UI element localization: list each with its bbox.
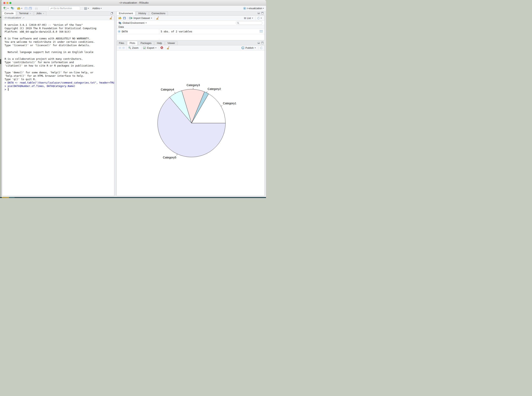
minimize-window-button[interactable] bbox=[6, 2, 8, 4]
tab-jobs[interactable]: Jobs × bbox=[34, 12, 47, 15]
save-workspace-icon[interactable] bbox=[123, 17, 126, 20]
save-all-button[interactable] bbox=[29, 7, 32, 10]
next-plot-icon[interactable] bbox=[122, 47, 125, 49]
new-project-button[interactable]: R bbox=[11, 7, 14, 10]
project-selector[interactable]: R r-visualization bbox=[243, 7, 264, 10]
save-button[interactable] bbox=[25, 7, 28, 10]
goto-file-input[interactable] bbox=[53, 7, 79, 10]
refresh-plot-icon[interactable] bbox=[260, 47, 263, 49]
export-plot-button[interactable]: Export bbox=[143, 46, 157, 49]
console-command: DATA <- read.table("/Users/lsalazar/comm… bbox=[8, 81, 114, 84]
chevron-down-icon bbox=[88, 8, 89, 9]
print-button[interactable] bbox=[35, 7, 38, 10]
environment-empty-area bbox=[117, 39, 264, 40]
chevron-down-icon bbox=[252, 18, 253, 19]
console-output-area[interactable]: R version 3.6.1 (2019-07-05) -- "Action … bbox=[2, 20, 114, 196]
toolbar-divider bbox=[159, 46, 159, 50]
new-file-button[interactable] bbox=[3, 7, 9, 10]
tab-packages[interactable]: Packages bbox=[138, 41, 154, 45]
tab-connections-label: Connections bbox=[152, 12, 165, 15]
window-title: ~/r-visualization - RStudio bbox=[1, 0, 266, 6]
environment-search-input[interactable] bbox=[240, 22, 261, 24]
tab-viewer[interactable]: Viewer bbox=[165, 41, 177, 45]
tab-plots[interactable]: Plots bbox=[127, 41, 138, 45]
tab-environment[interactable]: Environment bbox=[117, 11, 135, 15]
chevron-down-icon bbox=[146, 23, 147, 23]
plot-area: Category1Category2Category3Category4Cate… bbox=[117, 54, 264, 196]
console-output: R version 3.6.1 (2019-07-05) -- "Action … bbox=[5, 23, 112, 81]
pane-layout-button[interactable] bbox=[84, 7, 89, 10]
project-name: r-visualization bbox=[247, 7, 262, 10]
save-icon bbox=[25, 7, 28, 10]
tab-terminal[interactable]: Terminal × bbox=[17, 12, 33, 15]
toolbar-divider bbox=[255, 17, 256, 20]
export-label: Export bbox=[147, 47, 154, 49]
close-icon[interactable]: × bbox=[43, 12, 44, 15]
goto-file-search[interactable] bbox=[49, 6, 80, 11]
chevron-down-icon bbox=[151, 18, 152, 19]
close-window-button[interactable] bbox=[3, 2, 6, 4]
toolbar-divider bbox=[141, 46, 141, 50]
list-mode-label: List bbox=[247, 17, 251, 20]
addins-menu[interactable]: Addins bbox=[92, 7, 102, 10]
previous-plot-icon[interactable] bbox=[118, 47, 121, 49]
zoom-plot-button[interactable]: Zoom bbox=[128, 46, 139, 50]
maximize-pane-icon[interactable] bbox=[261, 42, 263, 44]
environment-search-box[interactable] bbox=[236, 21, 262, 25]
tab-help[interactable]: Help bbox=[154, 41, 164, 45]
global-environment-icon bbox=[118, 21, 122, 25]
tab-environment-label: Environment bbox=[119, 12, 133, 15]
main-toolbar: R bbox=[1, 6, 266, 12]
restore-pane-icon[interactable] bbox=[111, 12, 113, 15]
working-directory: ~/r-visualization/ bbox=[4, 16, 21, 19]
refresh-environment-button[interactable] bbox=[257, 17, 262, 20]
console-pane: Console Terminal × Jobs × ~/r bbox=[2, 12, 114, 196]
background-strip-segment bbox=[2, 197, 9, 198]
clear-environment-icon[interactable] bbox=[156, 17, 159, 20]
tab-files[interactable]: Files bbox=[117, 41, 127, 45]
clear-all-plots-icon[interactable] bbox=[167, 46, 170, 49]
goto-directory-icon[interactable] bbox=[22, 17, 25, 19]
minimize-pane-icon[interactable] bbox=[257, 12, 260, 14]
expand-object-icon[interactable] bbox=[118, 30, 121, 33]
minimize-pane-icon[interactable] bbox=[257, 42, 260, 44]
zoom-label: Zoom bbox=[132, 47, 139, 49]
console-pane-body: ~/r-visualization/ R version 3.6.1 (2019… bbox=[2, 15, 114, 196]
remove-plot-icon[interactable] bbox=[160, 46, 164, 50]
console-prompt: > bbox=[5, 85, 6, 87]
background-window-sliver bbox=[0, 59, 1, 64]
zoom-window-button[interactable] bbox=[9, 2, 12, 4]
tab-connections[interactable]: Connections bbox=[149, 12, 168, 15]
pane-grid-icon bbox=[84, 7, 87, 10]
new-file-icon bbox=[3, 7, 7, 10]
import-dataset-button[interactable]: Import Dataset bbox=[129, 17, 152, 20]
console-path-bar: ~/r-visualization/ bbox=[2, 16, 114, 20]
console-command-line: >pie(DATA$Number.of.Times, DATA$Category… bbox=[5, 84, 112, 88]
environment-scope-label[interactable]: Global Environment bbox=[123, 22, 145, 24]
search-icon bbox=[237, 22, 239, 24]
tab-history[interactable]: History bbox=[136, 12, 148, 15]
environment-view-mode[interactable]: List bbox=[244, 17, 253, 20]
environment-object-row[interactable]: DATA 5 obs. of 2 variables bbox=[117, 29, 264, 34]
r-project-icon: R bbox=[243, 7, 246, 10]
tab-console-label: Console bbox=[4, 12, 14, 15]
console-command: pie(DATA$Number.of.Times, DATA$Category.… bbox=[8, 85, 75, 87]
tab-help-label: Help bbox=[157, 41, 162, 45]
clear-console-icon[interactable] bbox=[110, 16, 112, 19]
environment-scope-row: Global Environment bbox=[117, 21, 264, 25]
plots-tabbar: Files Plots Packages Help Viewer bbox=[117, 41, 265, 45]
maximize-pane-icon[interactable] bbox=[261, 12, 263, 14]
pie-label-category4: Category4 bbox=[161, 88, 174, 91]
chevron-down-icon bbox=[21, 8, 22, 9]
print-icon bbox=[35, 7, 38, 10]
toolbar-divider bbox=[258, 46, 258, 50]
plots-pane-body: Zoom Export bbox=[117, 45, 265, 196]
pie-label-tick bbox=[221, 105, 222, 106]
load-workspace-icon[interactable] bbox=[118, 17, 122, 20]
view-data-grid-icon[interactable] bbox=[260, 30, 263, 33]
console-input-line[interactable]: > bbox=[5, 88, 112, 91]
close-icon[interactable]: × bbox=[29, 12, 31, 15]
tab-console[interactable]: Console bbox=[2, 11, 16, 15]
open-file-button[interactable] bbox=[17, 7, 22, 10]
publish-button[interactable]: Publish bbox=[241, 46, 256, 49]
